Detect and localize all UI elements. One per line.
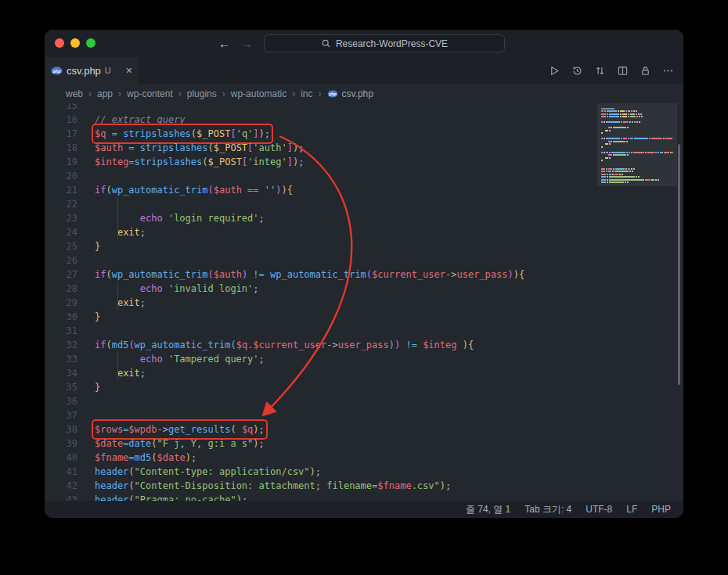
- code-text: echo 'Tampered query';: [95, 352, 265, 366]
- run-icon[interactable]: [546, 63, 562, 78]
- status-eol[interactable]: LF: [626, 504, 637, 515]
- minimize-button[interactable]: [70, 38, 80, 48]
- chevron-right-icon: ›: [222, 88, 225, 99]
- breadcrumb-item-plugins[interactable]: plugins: [187, 88, 217, 99]
- line-number[interactable]: 32: [45, 338, 77, 352]
- line-number[interactable]: 15: [45, 103, 77, 113]
- code-line[interactable]: 23 echo 'login required';: [45, 211, 683, 225]
- code-line[interactable]: 36: [45, 394, 683, 408]
- code-line[interactable]: 17$q = stripslashes($_POST['q']);: [45, 127, 683, 141]
- line-number[interactable]: 29: [45, 296, 77, 310]
- zoom-button[interactable]: [86, 38, 96, 48]
- minimap-slider[interactable]: [597, 103, 677, 186]
- code-line[interactable]: 25}: [45, 239, 683, 253]
- code-line[interactable]: 27if(wp_automatic_trim($auth) != wp_auto…: [45, 268, 683, 282]
- code-text: exit;: [95, 366, 146, 380]
- code-line[interactable]: 15: [45, 103, 683, 113]
- tab-label: csv.php: [67, 65, 101, 77]
- line-number[interactable]: 33: [45, 352, 77, 366]
- line-number[interactable]: 20: [45, 169, 77, 183]
- code-line[interactable]: 40$fname=md5($date);: [45, 451, 683, 465]
- highlighted-code: $q = stripslashes($_POST['q']);: [95, 127, 270, 141]
- code-editor[interactable]: 1516// extract query17$q = stripslashes(…: [45, 103, 683, 501]
- line-number[interactable]: 24: [45, 225, 77, 239]
- breadcrumb-item-wp-automatic[interactable]: wp-automatic: [231, 88, 287, 99]
- back-arrow-icon[interactable]: ←: [218, 37, 230, 50]
- code-line[interactable]: 38$rows=$wpdb->get_results( $q);: [45, 422, 683, 437]
- code-line[interactable]: 19$integ=stripslashes($_POST['integ']);: [45, 155, 683, 169]
- line-number[interactable]: 22: [45, 197, 77, 211]
- line-number[interactable]: 38: [45, 422, 77, 437]
- line-number[interactable]: 39: [45, 437, 77, 451]
- highlighted-code: $rows=$wpdb->get_results( $q);: [95, 422, 265, 437]
- title-bar[interactable]: ← → Research-WordPress-CVE: [45, 30, 683, 57]
- line-number[interactable]: 28: [45, 282, 77, 296]
- close-button[interactable]: [55, 38, 64, 48]
- code-line[interactable]: 30}: [45, 310, 683, 324]
- code-line[interactable]: 16// extract query: [45, 113, 683, 127]
- line-number[interactable]: 21: [45, 183, 77, 197]
- code-line[interactable]: 20: [45, 169, 683, 183]
- code-line[interactable]: 41header("Content-type: application/csv"…: [45, 465, 683, 479]
- minimap[interactable]: [601, 105, 673, 185]
- line-number[interactable]: 42: [45, 479, 77, 493]
- line-number[interactable]: 31: [45, 324, 77, 338]
- line-number[interactable]: 41: [45, 465, 77, 479]
- line-number[interactable]: 27: [45, 268, 77, 282]
- line-number[interactable]: 26: [45, 253, 77, 268]
- compare-changes-icon[interactable]: [592, 63, 607, 78]
- code-line[interactable]: 39$date=date("F j, Y, g:i a s");: [45, 437, 683, 451]
- status-encoding[interactable]: UTF-8: [586, 504, 612, 515]
- chevron-right-icon: ›: [292, 88, 295, 99]
- line-number[interactable]: 23: [45, 211, 77, 225]
- breadcrumb-item-web[interactable]: web: [66, 88, 83, 99]
- code-line[interactable]: 34 exit;: [45, 366, 683, 380]
- line-number[interactable]: 16: [45, 113, 77, 127]
- line-number[interactable]: 43: [45, 493, 77, 501]
- line-number[interactable]: 30: [45, 310, 77, 324]
- line-number[interactable]: 35: [45, 380, 77, 394]
- line-number[interactable]: 34: [45, 366, 77, 380]
- code-line[interactable]: 37: [45, 408, 683, 422]
- code-line[interactable]: 31: [45, 324, 683, 338]
- breadcrumb-item-wp-content[interactable]: wp-content: [127, 88, 173, 99]
- line-number[interactable]: 25: [45, 239, 77, 253]
- status-language-mode[interactable]: PHP: [651, 504, 671, 515]
- code-line[interactable]: 21if(wp_automatic_trim($auth == '')){: [45, 183, 683, 197]
- tab-close-icon[interactable]: ×: [126, 65, 132, 76]
- line-number[interactable]: 36: [45, 394, 77, 408]
- code-line[interactable]: 43header("Pragma: no-cache");: [45, 493, 683, 501]
- breadcrumb-item-csv-php[interactable]: php csv.php: [327, 88, 373, 99]
- line-number[interactable]: 40: [45, 451, 77, 465]
- breadcrumb-item-app[interactable]: app: [97, 88, 113, 99]
- code-text: echo 'login required';: [95, 211, 265, 225]
- code-line[interactable]: 24 exit;: [45, 225, 683, 239]
- vertical-scrollbar[interactable]: [678, 144, 680, 385]
- code-line[interactable]: 35}: [45, 380, 683, 394]
- line-number[interactable]: 18: [45, 141, 77, 155]
- status-tab-size[interactable]: Tab 크기: 4: [524, 503, 571, 516]
- code-line[interactable]: 29 exit;: [45, 296, 683, 310]
- lock-icon[interactable]: [637, 63, 653, 78]
- line-number[interactable]: 19: [45, 155, 77, 169]
- command-center-search[interactable]: Research-WordPress-CVE: [264, 34, 505, 52]
- breadcrumb-item-inc[interactable]: inc: [301, 88, 312, 99]
- code-text: if(wp_automatic_trim($auth == '')){: [95, 183, 293, 197]
- more-actions-icon[interactable]: [660, 63, 676, 78]
- status-bar: 줄 74, 열 1 Tab 크기: 4 UTF-8 LF PHP: [45, 501, 683, 518]
- code-line[interactable]: 42header("Content-Disposition: attachmen…: [45, 479, 683, 493]
- line-number[interactable]: 17: [45, 127, 77, 141]
- split-editor-icon[interactable]: [614, 63, 630, 78]
- tab-csv-php[interactable]: php csv.php U ×: [45, 57, 139, 84]
- history-icon[interactable]: [569, 63, 585, 78]
- line-number[interactable]: 37: [45, 408, 77, 422]
- forward-arrow-icon[interactable]: →: [241, 37, 253, 50]
- code-line[interactable]: 26: [45, 253, 683, 268]
- code-line[interactable]: 22: [45, 197, 683, 211]
- search-icon: [321, 38, 331, 49]
- code-line[interactable]: 18$auth = stripslashes($_POST['auth']);: [45, 141, 683, 155]
- code-line[interactable]: 32if(md5(wp_automatic_trim($q.$current_u…: [45, 338, 683, 352]
- status-cursor-position[interactable]: 줄 74, 열 1: [466, 503, 510, 516]
- code-line[interactable]: 28 echo 'invalid login';: [45, 282, 683, 296]
- code-line[interactable]: 33 echo 'Tampered query';: [45, 352, 683, 366]
